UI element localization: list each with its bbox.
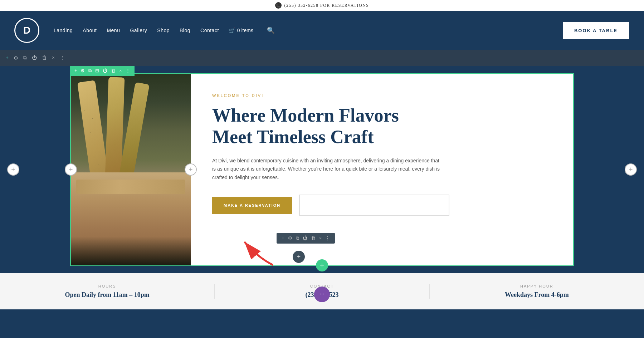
module-toolbar-green: + ⚙ ⧉ ⊞ ⏻ 🗑 × ⋮	[70, 66, 135, 76]
cart-icon: 🛒	[229, 28, 235, 33]
green-grid-icon[interactable]: ⊞	[95, 68, 99, 74]
buttons-row: MAKE A RESERVATION	[212, 195, 552, 216]
welcome-label: WELCOME TO DIVI	[212, 93, 552, 98]
add-col-left-button[interactable]: +	[7, 163, 19, 176]
green-more-icon[interactable]: ⋮	[126, 68, 130, 74]
add-col-left-inner-button[interactable]: +	[65, 163, 77, 176]
cart-count: 0 items	[237, 28, 253, 33]
more-icon[interactable]: ⋮	[60, 55, 65, 61]
book-table-button[interactable]: BOOK A TABLE	[562, 21, 630, 40]
hours-label: HOURS	[98, 284, 116, 288]
description-text: At Divi, we blend contemporary cuisine w…	[212, 157, 441, 182]
phone-icon: 📞	[275, 2, 282, 9]
module-toolbar-dark: + ⚙ ⧉ ⏻ 🗑 × ⋮	[277, 233, 335, 244]
nav-contact[interactable]: Contact	[200, 28, 219, 33]
add-icon[interactable]: +	[6, 55, 9, 61]
nav-shop[interactable]: Shop	[157, 28, 170, 33]
duplicate-icon[interactable]: ⧉	[23, 55, 27, 61]
search-icon[interactable]: 🔍	[267, 26, 275, 34]
empty-button-outline[interactable]	[299, 195, 449, 216]
green-delete-icon[interactable]: 🗑	[111, 68, 116, 74]
green-duplicate-icon[interactable]: ⧉	[88, 68, 92, 74]
settings-icon[interactable]: ⚙	[14, 55, 18, 61]
nav-links: Landing About Menu Gallery Shop Blog Con…	[54, 26, 562, 34]
nav-menu[interactable]: Menu	[107, 28, 120, 33]
close-icon[interactable]: ×	[52, 55, 55, 61]
main-heading: Where Modern Flavors Meet Timeless Craft	[212, 105, 552, 148]
content-area: + + ⚙ ⧉ ⊞ ⏻ 🗑 × ⋮ +	[0, 66, 644, 273]
image-panel	[71, 74, 191, 265]
nav-gallery[interactable]: Gallery	[130, 28, 147, 33]
builder-toolbar-top: + ⚙ ⧉ ⏻ 🗑 × ⋮	[0, 50, 644, 66]
delete-icon[interactable]: 🗑	[42, 55, 47, 61]
red-arrow	[237, 236, 280, 270]
footer-happy-hour: HAPPY HOUR Weekdays From 4-6pm	[430, 284, 644, 299]
dark-more-icon[interactable]: ⋮	[325, 235, 330, 241]
green-add-icon[interactable]: +	[74, 68, 77, 74]
add-row-bottom-button[interactable]: +	[316, 259, 328, 271]
text-panel: WELCOME TO DIVI Where Modern Flavors Mee…	[191, 74, 573, 265]
nav-blog[interactable]: Blog	[180, 28, 190, 33]
add-col-mid-button[interactable]: +	[185, 163, 197, 176]
green-close-icon[interactable]: ×	[119, 68, 122, 74]
dark-duplicate-icon[interactable]: ⧉	[296, 235, 299, 241]
content-block: + + WELCOME TO DIVI	[70, 73, 574, 266]
green-settings-icon[interactable]: ⚙	[80, 68, 85, 74]
nav-landing[interactable]: Landing	[54, 28, 73, 33]
dark-settings-icon[interactable]: ⚙	[288, 235, 292, 241]
footer-bar: HOURS Open Daily from 11am – 10pm CONTAC…	[0, 273, 644, 309]
happy-label: HAPPY HOUR	[520, 284, 553, 288]
footer-contact: CONTACT (235) ···3523 ···	[215, 284, 429, 299]
dark-close-icon[interactable]: ×	[319, 235, 322, 241]
plus-dark-button[interactable]: +	[293, 251, 305, 263]
chat-button[interactable]: ···	[314, 286, 330, 302]
top-bar: 📞 (255) 352-6258 FOR RESERVATIONS	[0, 0, 644, 11]
green-power-icon[interactable]: ⏻	[103, 68, 107, 74]
hours-value: Open Daily from 11am – 10pm	[65, 291, 150, 299]
nav-about[interactable]: About	[83, 28, 97, 33]
nav-cart[interactable]: 🛒 0 items	[229, 28, 253, 33]
reservation-button[interactable]: MAKE A RESERVATION	[212, 197, 292, 214]
dark-power-icon[interactable]: ⏻	[303, 235, 307, 241]
footer-hours: HOURS Open Daily from 11am – 10pm	[0, 284, 215, 299]
phone-number: (255) 352-6258 FOR RESERVATIONS	[284, 3, 369, 8]
dark-add-icon[interactable]: +	[282, 235, 284, 241]
disable-icon[interactable]: ⏻	[32, 55, 37, 61]
dark-delete-icon[interactable]: 🗑	[311, 235, 316, 241]
happy-value: Weekdays From 4-6pm	[505, 291, 569, 299]
nav-logo[interactable]: D	[14, 18, 39, 43]
main-nav: D Landing About Menu Gallery Shop Blog C…	[0, 11, 644, 50]
add-col-right-button[interactable]: +	[625, 163, 637, 176]
